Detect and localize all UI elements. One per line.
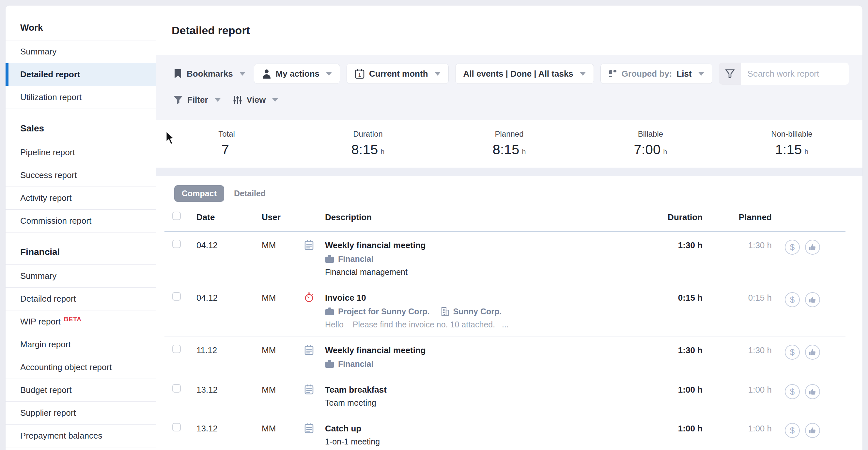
view-toggle: Compact Detailed <box>174 185 863 202</box>
rating-button[interactable] <box>805 384 820 399</box>
stat-duration: Duration8:15h <box>297 129 439 168</box>
row-date: 13.12 <box>196 384 262 395</box>
report-sidebar: WorkSummaryDetailed reportUtilization re… <box>5 5 156 450</box>
sidebar-item-supplier-report[interactable]: Supplier report <box>5 402 156 424</box>
billable-button[interactable]: $ <box>785 292 800 307</box>
sidebar-item-label: Pipeline report <box>20 148 75 157</box>
my-actions-button[interactable]: My actions <box>254 64 340 84</box>
filter-button[interactable]: Filter <box>172 93 222 107</box>
project-link[interactable]: Financial <box>325 358 373 369</box>
dollar-icon: $ <box>790 295 795 305</box>
chevron-down-icon <box>580 72 586 76</box>
bookmarks-button[interactable]: Bookmarks <box>172 64 247 84</box>
billable-button[interactable]: $ <box>785 240 800 255</box>
row-checkbox[interactable] <box>172 384 181 393</box>
row-checkbox[interactable] <box>172 423 181 431</box>
sidebar-item-label: Accounting object report <box>20 362 112 372</box>
date-range-button[interactable]: 1 Current month <box>346 64 449 84</box>
sidebar-section: FinancialSummaryDetailed reportWIP repor… <box>5 232 156 447</box>
stat-value: 7 <box>156 142 297 158</box>
stat-total: Total7 <box>156 129 297 168</box>
sidebar-item-detailed-report[interactable]: Detailed report <box>5 63 156 86</box>
sidebar-item-label: Summary <box>20 271 57 281</box>
report-table-section: Compact Detailed Date User Description D… <box>156 176 863 450</box>
sidebar-item-wip-report[interactable]: WIP reportBETA <box>5 311 156 333</box>
row-note: 1-on-1 meeting <box>325 436 659 447</box>
row-note: Hello Please find the invoice no. 10 att… <box>325 319 659 330</box>
row-planned: 1:30 h <box>714 240 783 251</box>
rating-button[interactable] <box>805 292 820 307</box>
column-header-planned: Planned <box>714 212 783 223</box>
search-input[interactable] <box>741 63 849 85</box>
sidebar-item-margin-report[interactable]: Margin report <box>5 333 156 356</box>
rating-button[interactable] <box>805 423 820 438</box>
sidebar-item-label: Prepayment balances <box>20 431 102 441</box>
section-divider <box>156 168 863 176</box>
row-checkbox[interactable] <box>172 345 181 353</box>
billable-button[interactable]: $ <box>785 423 800 438</box>
row-duration: 1:30 h <box>659 240 714 251</box>
detailed-toggle-button[interactable]: Detailed <box>234 189 266 198</box>
sidebar-section-heading: Work <box>5 5 156 40</box>
table-row: 04.12MMInvoice 10Project for Sunny Corp.… <box>164 284 845 337</box>
thumbs-up-icon <box>809 388 816 395</box>
sidebar-item-success-report[interactable]: Success report <box>5 164 156 187</box>
row-checkbox[interactable] <box>172 240 181 248</box>
sidebar-item-detailed-report[interactable]: Detailed report <box>5 288 156 311</box>
event-title[interactable]: Invoice 10 <box>325 292 659 303</box>
compact-toggle-button[interactable]: Compact <box>174 185 224 202</box>
row-duration: 1:00 h <box>659 384 714 395</box>
project-link[interactable]: Financial <box>325 253 373 264</box>
sidebar-item-budget-report[interactable]: Budget report <box>5 379 156 402</box>
search-filter-button[interactable] <box>719 63 741 85</box>
column-header-user: User <box>262 212 304 223</box>
sidebar-item-utilization-report[interactable]: Utilization report <box>5 86 156 109</box>
row-user: MM <box>262 345 304 356</box>
billable-button[interactable]: $ <box>785 384 800 399</box>
row-actions: $ <box>783 240 845 255</box>
select-all-checkbox[interactable] <box>172 212 181 220</box>
stat-value: 7:00h <box>580 142 721 158</box>
row-date: 04.12 <box>196 292 262 303</box>
sidebar-item-label: Utilization report <box>20 92 82 102</box>
billable-button[interactable]: $ <box>785 345 800 360</box>
bookmark-icon <box>174 69 182 78</box>
row-planned: 0:15 h <box>714 292 783 303</box>
row-description: Weekly financial meetingFinancialFinanci… <box>325 240 659 278</box>
events-filter-button[interactable]: All events | Done | All tasks <box>455 64 594 84</box>
sidebar-item-commission-report[interactable]: Commission report <box>5 210 156 232</box>
row-duration: 1:30 h <box>659 345 714 356</box>
event-title[interactable]: Catch up <box>325 423 659 434</box>
table-row: 11.12MMWeekly financial meetingFinancial… <box>164 337 845 376</box>
chevron-down-icon <box>698 72 704 76</box>
stat-value: 1:15h <box>721 142 863 158</box>
sidebar-item-prepayment-balances[interactable]: Prepayment balances <box>5 424 156 447</box>
briefcase-icon <box>325 307 334 316</box>
company-link[interactable]: Sunny Corp. <box>441 306 502 317</box>
sidebar-item-summary[interactable]: Summary <box>5 265 156 288</box>
grouped-by-button[interactable]: Grouped by: List <box>600 64 712 84</box>
event-title[interactable]: Weekly financial meeting <box>325 240 659 251</box>
event-calendar-icon <box>304 384 325 396</box>
chevron-down-icon <box>435 72 440 76</box>
stat-value: 8:15h <box>439 142 580 158</box>
stat-billable: Billable7:00h <box>580 129 721 168</box>
row-tags: Financial <box>325 253 659 264</box>
view-button[interactable]: View <box>231 93 280 107</box>
thumbs-up-icon <box>809 296 816 303</box>
sidebar-item-summary[interactable]: Summary <box>5 40 156 63</box>
event-title[interactable]: Team breakfast <box>325 384 659 395</box>
row-user: MM <box>262 240 304 251</box>
event-title[interactable]: Weekly financial meeting <box>325 345 659 356</box>
project-link[interactable]: Project for Sunny Corp. <box>325 306 430 317</box>
row-checkbox[interactable] <box>172 292 181 301</box>
rating-button[interactable] <box>805 345 820 360</box>
row-description: Team breakfastTeam meeting <box>325 384 659 408</box>
sidebar-item-pipeline-report[interactable]: Pipeline report <box>5 141 156 164</box>
rating-button[interactable] <box>805 240 820 255</box>
sidebar-item-activity-report[interactable]: Activity report <box>5 187 156 210</box>
table-row: 04.12MMWeekly financial meetingFinancial… <box>164 232 845 284</box>
sidebar-item-accounting-object-report[interactable]: Accounting object report <box>5 356 156 379</box>
row-actions: $ <box>783 423 845 438</box>
row-duration: 1:00 h <box>659 423 714 434</box>
